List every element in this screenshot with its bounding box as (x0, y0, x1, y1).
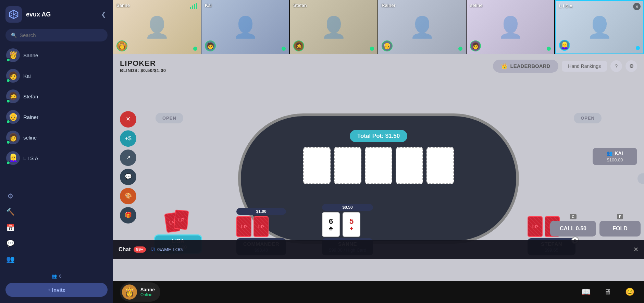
avatar-wrap: 👩 (6, 131, 20, 144)
current-user-status: Online (140, 292, 155, 297)
search-bar[interactable]: 🔍 (5, 29, 108, 41)
video-status-dot (282, 47, 286, 51)
video-tile-stefan[interactable]: 👤 Stefan 🧔 (290, 0, 377, 54)
current-user-info: Sanne Online (140, 287, 155, 297)
sidebar-item-user-1[interactable]: 🧑 Kai (3, 66, 110, 85)
video-status-dot (636, 46, 640, 50)
kai-name: KAI (615, 150, 623, 156)
kai-label: 👥 KAI (599, 150, 630, 156)
video-name-stefan: Stefan (293, 3, 307, 8)
user-name: L I S A (23, 155, 38, 161)
kai-info-box: 👥 KAI $100.00 (593, 148, 637, 165)
video-tile-kai[interactable]: 👤 Kai 🧑 (201, 0, 289, 54)
video-avatar-overlay: 🧔 (293, 40, 304, 51)
chat-badge: 99+ (134, 246, 146, 253)
chat-icon-btn[interactable]: 💬 (3, 236, 18, 251)
game-log-toggle[interactable]: ☑ GAME LOG (151, 247, 183, 252)
hammer-icon-btn[interactable]: 🔨 (3, 204, 18, 219)
search-icon: 🔍 (11, 33, 17, 38)
video-avatar-overlay: 👸 (116, 40, 127, 51)
video-status-dot (458, 47, 462, 51)
call-action: C CALL 0.50 (550, 214, 596, 237)
chat-label-area: Chat 99+ (119, 246, 146, 253)
video-name-rainer: Rainer (382, 3, 395, 8)
community-cards (303, 147, 454, 184)
crown-icon: 👑 (501, 63, 508, 69)
app-logo (5, 6, 22, 23)
video-tile-seline[interactable]: 👤 seline 👩 (467, 0, 554, 54)
calendar-icon-btn[interactable]: 📅 (3, 220, 18, 235)
game-area: LIPOKER BLINDS: $0.50/$1.00 👑 LEADERBOAR… (113, 54, 644, 303)
commander-bet-chip: $1.00 (236, 208, 286, 215)
search-input[interactable] (20, 32, 102, 38)
video-avatar-overlay: 👱‍♀️ (559, 40, 570, 51)
open-seat-right[interactable]: OPEN (637, 173, 644, 184)
online-indicator (6, 78, 10, 83)
sidebar-icons: ⚙ 🔨 📅 💬 👥 (3, 189, 113, 267)
emoji-icon-btn[interactable]: 😊 (622, 284, 637, 300)
add-chips-button[interactable]: +$ (120, 130, 136, 147)
people-icon-btn[interactable]: 👥 (3, 252, 18, 267)
community-card-3 (365, 147, 392, 184)
video-close-button[interactable]: ✕ (633, 3, 641, 10)
sidebar-item-user-5[interactable]: 👱‍♀️ L I S A (3, 148, 110, 168)
leaderboard-button[interactable]: 👑 LEADERBOARD (493, 60, 559, 73)
video-strip: 👤 Sanne 👸 👤 Kai 🧑 👤 Stefan (113, 0, 644, 54)
avatar-wrap: 👴 (6, 110, 20, 124)
video-tile-sanne[interactable]: 👤 Sanne 👸 (113, 0, 201, 54)
message-button[interactable]: 💬 (120, 169, 136, 185)
gift-button[interactable]: 🎁 (120, 207, 136, 223)
video-status-dot (547, 47, 551, 51)
sanne-card-2: 5 ♦ (343, 212, 360, 237)
open-seat-top-left[interactable]: OPEN (156, 113, 183, 123)
close-game-button[interactable]: ✕ (120, 111, 136, 128)
settings-button[interactable]: ⚙ (626, 60, 637, 72)
user-name: Kai (23, 73, 31, 79)
sidebar-item-user-2[interactable]: 🧔 Stefan (3, 87, 110, 106)
video-name-seline: seline (470, 3, 483, 8)
fold-button[interactable]: FOLD (599, 221, 641, 237)
game-header-right: 👑 LEADERBOARD Hand Rankings ? ⚙ (493, 60, 637, 73)
video-avatar-overlay: 🧑 (205, 40, 216, 51)
sanne-card-1: 6 ♣ (322, 212, 340, 237)
game-blinds: BLINDS: $0.50/$1.00 (120, 68, 166, 73)
call-key-label: C (570, 214, 577, 219)
avatar-wrap: 🧔 (6, 89, 20, 103)
commander-cards: LP LP (236, 216, 286, 237)
video-tile-lisa[interactable]: 👤 L I S A ✕ 👱‍♀️ (555, 0, 644, 54)
user-name: Sanne (23, 52, 38, 58)
sidebar-item-user-4[interactable]: 👩 seline (3, 128, 110, 147)
online-indicator (6, 140, 10, 144)
member-count: 👥 6 (5, 274, 108, 279)
chat-close-button[interactable]: ✕ (633, 246, 639, 253)
avatar-button[interactable]: 🎨 (120, 188, 136, 204)
action-buttons: C CALL 0.50 F FOLD (550, 214, 641, 237)
stefan-card-1: LP (528, 216, 543, 237)
community-card-5 (426, 147, 454, 184)
help-button[interactable]: ? (610, 60, 622, 72)
book-icon-btn[interactable]: 📖 (578, 284, 593, 300)
collapse-button[interactable]: ❮ (100, 9, 108, 20)
online-indicator (6, 99, 10, 103)
video-avatar-overlay: 👩 (470, 40, 481, 51)
main-area: 👤 Sanne 👸 👤 Kai 🧑 👤 Stefan (113, 0, 644, 303)
share-button[interactable]: ↗ (120, 149, 136, 166)
settings-icon-btn[interactable]: ⚙ (3, 189, 18, 204)
user-name: Stefan (23, 94, 38, 99)
video-name-sanne: Sanne (116, 3, 130, 8)
lisa-card-2: LP (173, 209, 189, 230)
open-seat-top-right[interactable]: OPEN (574, 113, 602, 123)
invite-button[interactable]: + Invite (5, 283, 108, 297)
game-log-checkbox: ☑ (151, 247, 155, 252)
monitor-icon-btn[interactable]: 🖥 (600, 284, 615, 300)
current-user-avatar: 👸 (122, 284, 137, 300)
sidebar: evux AG ❮ 🔍 👸 Sanne 🧑 Kai 🧔 Stefa (0, 0, 113, 303)
commander-card-1: LP (236, 216, 251, 237)
hand-rankings-button[interactable]: Hand Rankings (562, 61, 607, 72)
sidebar-item-user-3[interactable]: 👴 Rainer (3, 107, 110, 126)
sidebar-item-user-0[interactable]: 👸 Sanne (3, 46, 110, 65)
video-tile-rainer[interactable]: 👤 Rainer 👴 (378, 0, 466, 54)
kai-stack: $100.00 (599, 157, 630, 162)
avatar-wrap: 👱‍♀️ (6, 151, 20, 165)
call-button[interactable]: CALL 0.50 (550, 221, 596, 237)
